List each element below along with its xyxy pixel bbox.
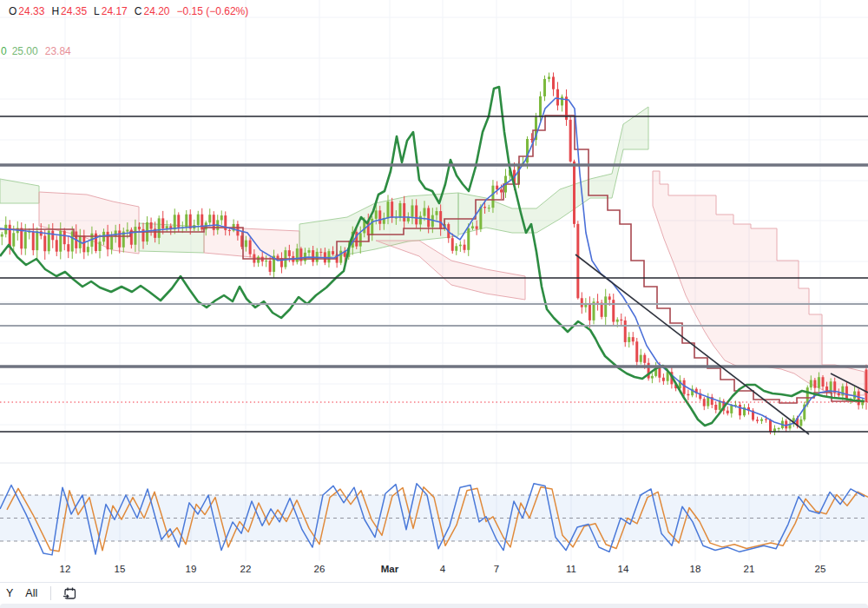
time-axis-label: 19 — [186, 564, 197, 574]
time-axis-label: 7 — [494, 564, 499, 574]
goto-date-button[interactable] — [58, 585, 82, 603]
time-axis-label: 14 — [618, 564, 629, 574]
open-value: 24.33 — [18, 5, 44, 17]
ohlc-legend: O24.33H24.35L24.17C24.20−0.15 (−0.62%) — [9, 5, 248, 17]
stochastic-pane — [0, 484, 868, 555]
time-axis-label: 21 — [744, 564, 755, 574]
low-label: L — [94, 5, 100, 17]
toolbar-separator — [50, 586, 51, 600]
time-axis[interactable]: 1215192226Mar471114182125 — [0, 561, 868, 582]
indicator-value-clipped: 0 — [1, 45, 7, 57]
time-axis-label: 15 — [115, 564, 126, 574]
time-axis-label: 12 — [60, 564, 71, 574]
indicator-value-2: 23.84 — [45, 45, 71, 57]
indicator-values-legend: 025.0023.84 — [1, 45, 71, 57]
time-axis-label: 18 — [690, 564, 701, 574]
close-value: 24.20 — [143, 5, 169, 17]
change-value: −0.15 (−0.62%) — [177, 5, 249, 17]
time-axis-label: 25 — [815, 564, 826, 574]
trading-chart-app: O24.33H24.35L24.17C24.20−0.15 (−0.62%) 0… — [0, 0, 868, 608]
high-label: H — [51, 5, 59, 17]
calendar-icon — [62, 585, 78, 602]
low-value: 24.17 — [102, 5, 128, 17]
indicator-value-1: 25.00 — [12, 45, 38, 57]
range-button-all[interactable]: All — [19, 585, 43, 601]
time-axis-label: 26 — [314, 564, 326, 574]
time-axis-label: 11 — [566, 564, 576, 574]
range-button-1y[interactable]: Y — [0, 585, 19, 601]
time-axis-label: 22 — [240, 564, 252, 574]
chart-canvas[interactable] — [0, 0, 868, 561]
open-label: O — [9, 5, 16, 17]
close-label: C — [135, 5, 142, 17]
time-axis-label: Mar — [381, 564, 398, 574]
high-value: 24.35 — [61, 5, 87, 17]
bottom-strip — [0, 604, 868, 608]
bottom-toolbar: Y All — [0, 582, 868, 604]
time-axis-label: 4 — [440, 564, 445, 574]
ichimoku-cloud — [0, 107, 865, 395]
